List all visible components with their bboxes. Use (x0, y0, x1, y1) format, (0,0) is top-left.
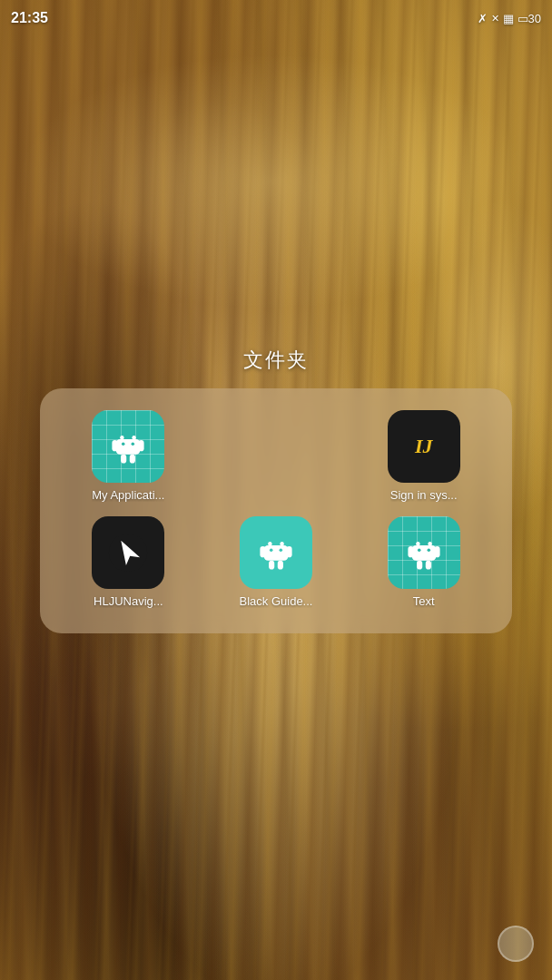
signal-slash-icon: ✕ (491, 13, 499, 24)
app-label-sign-in-sys: Sign in sys... (390, 488, 458, 502)
app-black-guide[interactable]: Black Guide... (231, 516, 321, 608)
app-icon-hlju-navigate[interactable] (92, 516, 164, 589)
grid-overlay-2 (388, 516, 460, 589)
svg-point-11 (268, 542, 271, 545)
status-bar: 21:35 ✗ ✕ ▦ ▭30 (0, 0, 552, 36)
svg-rect-14 (260, 546, 265, 557)
folder-title: 文件夹 (243, 347, 309, 374)
svg-rect-17 (278, 561, 283, 570)
app-label-black-guide: Black Guide... (240, 594, 313, 608)
android-robot-icon-2 (256, 533, 296, 573)
svg-rect-15 (286, 546, 291, 557)
navigation-arrow-icon (108, 533, 148, 573)
app-label-hlju-navigate: HLJUNavig... (94, 594, 163, 608)
svg-point-19 (280, 549, 283, 553)
app-my-application[interactable]: My Applicati... (83, 410, 173, 502)
signin-text-icon: IJ (415, 435, 433, 458)
bluetooth-icon: ✗ (478, 12, 488, 25)
app-icon-black-guide[interactable] (240, 516, 312, 589)
grid-overlay (92, 410, 164, 483)
folder-container[interactable]: My Applicati... IJ Sign in sys... (40, 388, 512, 633)
app-sign-in-sys[interactable]: IJ Sign in sys... (379, 410, 469, 502)
app-icon-my-application[interactable] (92, 410, 164, 483)
svg-rect-13 (264, 545, 288, 561)
app-label-text: Text (413, 594, 435, 608)
apps-grid: My Applicati... IJ Sign in sys... (58, 410, 494, 608)
folder-overlay: 文件夹 (0, 0, 552, 980)
app-icon-text[interactable] (388, 516, 460, 589)
battery-indicator: ▭30 (518, 12, 541, 25)
svg-rect-16 (269, 561, 274, 570)
status-icons: ✗ ✕ ▦ ▭30 (478, 12, 541, 25)
svg-point-18 (270, 549, 273, 553)
app-icon-sign-in-sys[interactable]: IJ (388, 410, 460, 483)
status-time: 21:35 (11, 10, 48, 26)
svg-point-12 (280, 542, 283, 545)
signal-bars-icon: ▦ (503, 12, 514, 25)
app-hlju-navigate[interactable]: HLJUNavig... (83, 516, 173, 608)
app-text[interactable]: Text (379, 516, 469, 608)
app-label-my-application: My Applicati... (92, 488, 164, 502)
